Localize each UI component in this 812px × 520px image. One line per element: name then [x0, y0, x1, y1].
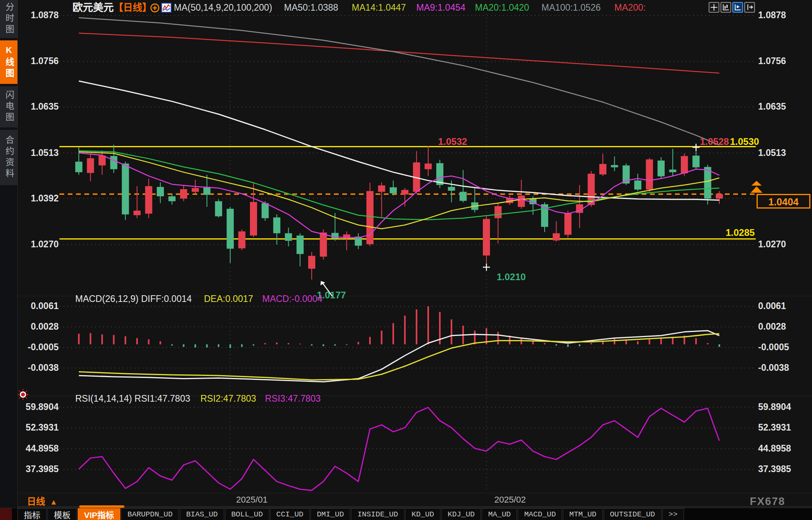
indicator-tab-inside_ud[interactable]: INSIDE_UD [351, 508, 404, 520]
rsi-axis-label-left: 59.8904 [19, 402, 59, 412]
indicator-tab-[interactable]: 指标 [17, 508, 47, 520]
rsi3-value: RSI3:47.7803 [265, 393, 321, 404]
chart-scrollbar-track[interactable] [18, 506, 812, 507]
circle-plus-icon[interactable] [150, 3, 160, 14]
trading-app: { "sidebar": {"items": [ {"label": "分时图"… [0, 0, 812, 520]
rsi-axis-label-right: 37.3985 [758, 464, 791, 474]
indicator-tab->>[interactable]: >> [662, 508, 684, 520]
macd-axis-label-right: -0.0005 [758, 342, 789, 353]
axis-shift-button[interactable] [744, 2, 755, 13]
dropdown-up-icon: ▲ [50, 498, 57, 507]
indicator-tab-outside_ud[interactable]: OUTSIDE_UD [604, 508, 661, 520]
rsi-header: RSI(14,14,14) RSI1:47.7803 [75, 393, 190, 404]
indicator-toolbar: 指标模板VIP指标BARUPDN_UDBIAS_UDBOLL_UDCCI_UDD… [0, 508, 812, 520]
chart-canvas[interactable] [0, 0, 812, 520]
recent-high-label: 1.0528 [700, 136, 729, 147]
macd-header: MACD(26,12,9) DIFF:0.0014 [75, 294, 192, 304]
rsi2-value: RSI2:47.7803 [200, 393, 256, 404]
resistance-line-label: 1.0530 [730, 136, 759, 147]
rsi-axis-label-right: 44.8958 [758, 443, 791, 454]
rsi-axis-label-left: 44.8958 [19, 443, 59, 454]
macd-value: MACD:-0.0004 [262, 294, 322, 304]
support-line-label: 1.0285 [726, 227, 755, 238]
axis-candles-button[interactable] [721, 2, 731, 13]
pan-crosshair-button[interactable] [709, 2, 719, 13]
time-axis-label: 2025/01 [236, 495, 268, 505]
symbol-title: 欧元美元 [72, 2, 114, 13]
rsi-axis-label-right: 59.8904 [758, 402, 791, 412]
main-axis-label-left: 1.0392 [19, 193, 59, 204]
ma-indicator-icon[interactable] [161, 3, 172, 14]
indicator-tab-vip[interactable]: VIP指标 [78, 508, 120, 520]
main-axis-label-right: 1.0635 [758, 101, 786, 112]
ma-value-3: MA9:1.0454 [416, 2, 465, 13]
indicator-tab-macd_ud[interactable]: MACD_UD [518, 508, 562, 520]
indicator-tab-bias_ud[interactable]: BIAS_UD [180, 508, 224, 520]
macd-axis-label-right: -0.0038 [758, 362, 789, 373]
macd-axis-label-left: 0.0028 [19, 321, 59, 332]
indicator-tab-kd_ud[interactable]: KD_UD [405, 508, 440, 520]
main-axis-label-left: 1.0513 [19, 148, 59, 158]
main-axis-label-left: 1.0270 [19, 239, 59, 250]
status-square [0, 508, 12, 520]
main-axis-label-left: 1.0756 [19, 56, 59, 66]
rsi-axis-label-right: 52.3931 [758, 422, 791, 433]
macd-axis-label-left: -0.0005 [19, 342, 59, 353]
indicator-tab-boll_ud[interactable]: BOLL_UD [225, 508, 269, 520]
macd-dea-value: DEA:0.0017 [204, 294, 253, 304]
ma-value-5: MA100:1.0526 [541, 2, 601, 13]
feb-low-label: 1.0210 [497, 271, 526, 283]
last-price-badge: 1.0404 [757, 194, 810, 209]
price-up-arrows-icon [750, 180, 763, 196]
ma-value-2: MA14:1.0447 [352, 2, 406, 13]
macd-axis-label-left: -0.0038 [19, 362, 59, 373]
indicator-tab-ma_ud[interactable]: MA_UD [482, 508, 517, 520]
macd-axis-label-left: 0.0061 [19, 301, 59, 311]
rsi-axis-label-left: 52.3931 [19, 422, 59, 433]
period-selector[interactable]: 日线▲ [27, 494, 57, 507]
macd-axis-label-right: 0.0028 [758, 321, 786, 332]
main-axis-label-left: 1.0878 [19, 10, 59, 21]
time-axis-label: 2025/02 [494, 495, 526, 505]
ma-value-4: MA20:1.0420 [475, 2, 529, 13]
indicator-tab-kdj_ud[interactable]: KDJ_UD [441, 508, 481, 520]
indicator-tab-mtm_ud[interactable]: MTM_UD [563, 508, 602, 520]
left-sidebar: 分时图K线图闪电图合约资料 [0, 0, 18, 520]
macd-axis-label-right: 0.0061 [758, 301, 786, 311]
rsi-axis-label-left: 37.3985 [19, 464, 59, 474]
main-axis-label-left: 1.0635 [19, 101, 59, 112]
period-tag[interactable]: 【日线】 [114, 2, 152, 13]
live-record-icon[interactable] [17, 389, 29, 402]
main-axis-label-right: 1.0878 [758, 10, 786, 21]
indicator-tab-barupdn_ud[interactable]: BARUPDN_UD [121, 508, 179, 520]
indicator-tab-cci_ud[interactable]: CCI_UD [270, 508, 310, 520]
sidebar-tab-3[interactable]: 闪电图 [0, 86, 17, 127]
sidebar-tab-4[interactable]: 合约资料 [0, 130, 17, 185]
resistance-mid-label: 1.0532 [438, 136, 467, 147]
main-axis-label-right: 1.0513 [758, 148, 786, 158]
ma-settings-label: MA(50,14,9,20,100,200) [174, 2, 272, 13]
ma-value-6: MA200: [614, 2, 646, 13]
sidebar-tab-1[interactable]: 分时图 [0, 0, 17, 38]
indicator-tab-[interactable]: 模板 [48, 508, 77, 520]
axis-pointer-button[interactable] [732, 2, 743, 13]
ma-value-1: MA50:1.0388 [284, 2, 338, 13]
main-axis-label-right: 1.0270 [758, 239, 786, 250]
sidebar-tab-2[interactable]: K线图 [0, 40, 17, 84]
indicator-tab-dmi_ud[interactable]: DMI_UD [311, 508, 350, 520]
main-axis-label-right: 1.0756 [758, 56, 786, 66]
